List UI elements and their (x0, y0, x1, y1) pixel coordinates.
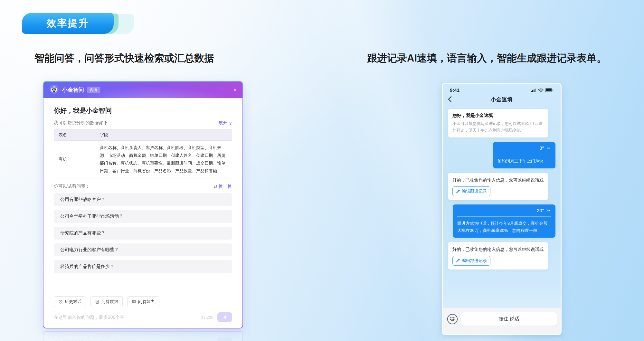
qa-window-header: 小金智问 内测 × (43, 82, 242, 98)
keyboard-icon[interactable] (447, 313, 458, 325)
refresh-link[interactable]: ⇄ 换一换 (213, 184, 232, 189)
badge-label: 效率提升 (22, 13, 114, 34)
voice-transcript: 跟进方式为电话，预计今年8月底成交，商机金额大概在30万，商机赢率30%，意向程… (457, 220, 551, 234)
section-badge: 效率提升 (22, 13, 131, 35)
swap-icon: ⇄ (213, 184, 217, 189)
chat-area: 您好，我是小金速填 小金可以帮您填写跟进记录，您可以试着说“电话邀约拜访，明天上… (443, 106, 561, 308)
question-item[interactable]: 公司有哪些战略客户？ (54, 193, 232, 206)
voice-transcript: 预约到周三下午上门拜访 (497, 157, 551, 164)
question-item[interactable]: 轻骑兵的产品售价是多少？ (54, 260, 232, 273)
collected-bubble: 好的，已收集您的输入信息，您可以继续说话或 编辑跟进记录 (448, 242, 548, 270)
pencil-icon (456, 189, 460, 194)
qa-data-label: 问答数据 (101, 299, 118, 305)
collected-bubble: 好的，已收集您的输入信息，您可以继续说话或 编辑跟进记录 (448, 173, 548, 200)
history-clock-icon (58, 299, 63, 304)
qa-window-title: 小金智问 (62, 86, 84, 94)
nav-title: 小金速填 (491, 96, 513, 103)
hold-to-talk-button[interactable]: 按住 说话 (461, 312, 557, 326)
qa-footer: 历史对话 问答数据 问答能力 (43, 291, 242, 328)
qa-greeting: 你好，我是小金智问 (54, 106, 232, 115)
qa-ability-button[interactable]: 问答能力 (127, 296, 159, 307)
table-header-name: 表名 (54, 129, 95, 141)
chat-bubble-icon (132, 299, 136, 304)
left-title-rest: ，问答形式快速检索或汇总数据 (74, 52, 214, 64)
question-item[interactable]: 研究院的产品有哪些？ (54, 227, 232, 240)
welcome-body: 小金可以帮您填写跟进记录，您可以试着说“电话邀约拜访，明天上午九点到客户现场交流… (452, 120, 544, 134)
beta-badge: 内测 (87, 87, 100, 93)
robot-avatar-icon (49, 84, 59, 95)
edit-record-label: 编辑跟进记录 (462, 258, 487, 264)
question-item[interactable]: 公司今年举办了哪些市场活动？ (54, 210, 232, 223)
voice-wave-icon (546, 208, 551, 213)
collected-text: 好的，已收集您的输入信息，您可以继续说话或 (452, 177, 544, 184)
slide-canvas: 效率提升 智能问答，问答形式快速检索或汇总数据 跟进记录AI速填，语言输入，智能… (0, 0, 644, 341)
right-title-rest: ，语言输入，智能生成跟进记录表单。 (437, 52, 607, 64)
edit-record-button[interactable]: 编辑跟进记录 (452, 186, 490, 196)
close-icon[interactable]: × (233, 87, 237, 93)
voice-divider (457, 216, 551, 217)
data-intro-label: 我可以帮您分析的数据如下： (54, 120, 112, 126)
right-section-title: 跟进记录AI速填，语言输入，智能生成跟进记录表单。 (367, 52, 607, 65)
table-row: 商机 商机名称、商机负责人、客户名称、商机阶段、商机类型、商机来源、市场活动、商… (54, 141, 232, 178)
voice-wave-icon (546, 146, 551, 151)
expand-label: 展开 (219, 120, 228, 126)
refresh-label: 换一换 (219, 184, 232, 189)
try-ask-label: 你可以试着问我： (54, 184, 90, 189)
wifi-icon (538, 88, 544, 92)
suggested-questions: 公司有哪些战略客户？ 公司今年举办了哪些市场活动？ 研究院的产品有哪些？ 公司电… (54, 193, 232, 277)
welcome-bubble: 您好，我是小金速填 小金可以帮您填写跟进记录，您可以试着说“电话邀约拜访，明天上… (448, 109, 548, 137)
qa-window: 小金智问 内测 × 你好，我是小金智问 我可以帮您分析的数据如下： 展开 ∨ 表… (43, 81, 243, 328)
collected-text: 好的，已收集您的输入信息，您可以继续说话或 (452, 246, 544, 253)
paper-plane-icon (222, 315, 227, 320)
status-time: 9:41 (450, 87, 459, 93)
voice-divider (497, 154, 551, 154)
phone-mockup: 9:41 (442, 83, 562, 335)
table-cell-fields: 商机名称、商机负责人、客户名称、商机阶段、商机类型、商机来源、市场活动、商机金额… (95, 141, 232, 178)
history-chat-button[interactable]: 历史对话 (54, 296, 86, 307)
expand-link[interactable]: 展开 ∨ (219, 120, 232, 126)
voice-duration: 8″ (539, 145, 544, 151)
table-cell-name: 商机 (54, 141, 95, 178)
battery-icon (545, 88, 554, 92)
status-bar: 9:41 (443, 84, 561, 93)
back-icon[interactable] (448, 96, 452, 104)
qa-ability-label: 问答能力 (138, 299, 155, 305)
data-table: 表名 字段 商机 商机名称、商机负责人、客户名称、商机阶段、商机类型、商机来源、… (54, 129, 232, 178)
history-chat-label: 历史对话 (65, 299, 81, 305)
pencil-icon (456, 259, 460, 263)
chevron-down-icon: ∨ (229, 120, 232, 126)
char-counter: 0 / 200 (201, 315, 213, 320)
qa-data-button[interactable]: 问答数据 (90, 296, 123, 307)
send-button[interactable] (217, 312, 232, 322)
table-header-row: 表名 字段 (54, 129, 232, 141)
left-section-title: 智能问答，问答形式快速检索或汇总数据 (34, 52, 214, 65)
question-item[interactable]: 公司电力行业的客户有哪些？ (54, 243, 232, 256)
table-header-fields: 字段 (95, 129, 232, 141)
edit-record-button[interactable]: 编辑跟进记录 (452, 256, 490, 266)
welcome-title: 您好，我是小金速填 (452, 113, 544, 118)
voice-message-bubble[interactable]: 20″ 跟进方式为电话，预计今年8月底成交，商机金额大概在30万，商机赢率30%… (453, 204, 555, 238)
voice-input-bar: 按住 说话 (443, 308, 561, 334)
voice-message-bubble[interactable]: 8″ 预约到周三下午上门拜访 (493, 142, 555, 168)
right-title-lead: 跟进记录AI速填 (367, 52, 437, 64)
edit-record-label: 编辑跟进记录 (462, 188, 487, 194)
nav-bar: 小金速填 (443, 93, 561, 106)
question-input[interactable] (54, 315, 197, 320)
document-icon (95, 299, 99, 304)
signal-icon (531, 88, 536, 92)
left-title-lead: 智能问答 (34, 52, 74, 64)
voice-duration: 20″ (537, 208, 544, 213)
